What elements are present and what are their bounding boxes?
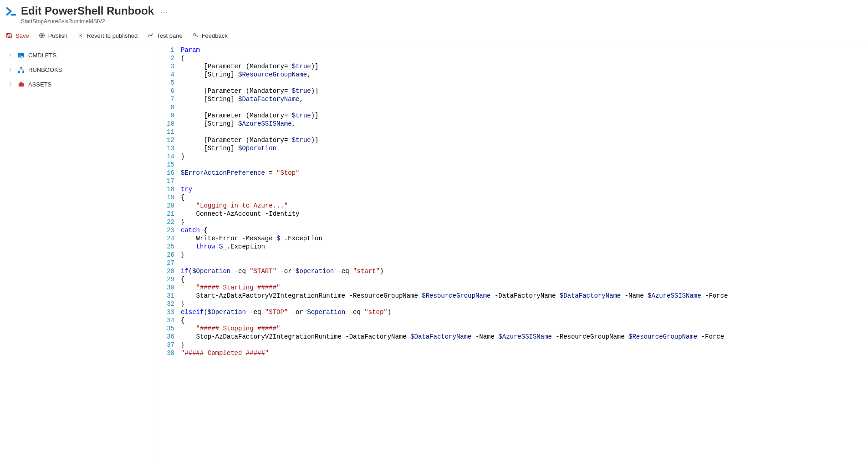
code-line[interactable]: catch { — [181, 226, 868, 234]
code-line[interactable]: ( — [181, 54, 868, 62]
line-number: 30 — [155, 284, 174, 292]
test-pane-button[interactable]: Test pane — [146, 30, 183, 41]
code-line[interactable]: } — [181, 341, 868, 349]
save-button[interactable]: Save — [5, 30, 30, 41]
code-line[interactable]: "Logging in to Azure..." — [181, 202, 868, 210]
close-icon — [77, 32, 84, 39]
runbooks-icon — [17, 66, 25, 73]
code-line[interactable]: "##### Completed #####" — [181, 349, 868, 357]
svg-rect-8 — [20, 82, 22, 83]
sidebar-item-label: CMDLETS — [28, 52, 56, 59]
code-line[interactable] — [181, 103, 868, 111]
line-number: 20 — [155, 202, 174, 210]
code-line[interactable]: { — [181, 316, 868, 324]
line-number: 38 — [155, 349, 174, 357]
line-number: 24 — [155, 234, 174, 243]
svg-rect-4 — [20, 66, 22, 68]
line-number: 22 — [155, 218, 174, 226]
code-line[interactable]: Stop-AzDataFactoryV2IntegrationRuntime -… — [181, 333, 868, 341]
feedback-icon — [192, 32, 199, 39]
code-line[interactable]: "##### Starting #####" — [181, 284, 868, 292]
globe-icon — [38, 32, 46, 39]
code-line[interactable]: Write-Error -Message $_.Exception — [181, 234, 868, 243]
page-title: Edit PowerShell Runbook — [21, 5, 154, 17]
line-number: 4 — [155, 71, 174, 79]
line-number: 17 — [155, 177, 174, 185]
sidebar-item-assets[interactable]: 〉 ASSETS — [0, 77, 155, 91]
line-number: 26 — [155, 251, 174, 259]
publish-label: Publish — [48, 32, 68, 39]
svg-rect-6 — [22, 71, 24, 73]
line-number: 33 — [155, 308, 174, 316]
code-line[interactable]: if($Operation -eq "START" -or $operation… — [181, 267, 868, 275]
code-line[interactable]: [Parameter (Mandatory= $true)] — [181, 136, 868, 144]
code-line[interactable]: $ErrorActionPreference = "Stop" — [181, 169, 868, 177]
code-line[interactable]: "##### Stopping #####" — [181, 324, 868, 333]
code-line[interactable]: } — [181, 218, 868, 226]
line-number: 8 — [155, 103, 174, 111]
sidebar-item-label: ASSETS — [28, 81, 51, 88]
line-number: 13 — [155, 144, 174, 152]
feedback-button[interactable]: Feedback — [191, 30, 229, 41]
code-line[interactable]: Start-AzDataFactoryV2IntegrationRuntime … — [181, 292, 868, 300]
code-line[interactable]: [String] $ResourceGroupName, — [181, 71, 868, 79]
code-line[interactable]: { — [181, 193, 868, 202]
code-line[interactable]: [Parameter (Mandatory= $true)] — [181, 111, 868, 120]
line-number: 10 — [155, 120, 174, 128]
line-number: 29 — [155, 275, 174, 284]
code-line[interactable] — [181, 259, 868, 267]
chevron-right-icon: 〉 — [9, 81, 14, 88]
code-line[interactable]: Param — [181, 46, 868, 54]
line-number: 6 — [155, 87, 174, 95]
line-number: 2 — [155, 54, 174, 62]
page-header: Edit PowerShell Runbook … StartStopAzure… — [0, 0, 868, 27]
code-content[interactable]: Param( [Parameter (Mandatory= $true)] [S… — [181, 44, 868, 460]
code-editor[interactable]: 1234567891011121314151617181920212223242… — [155, 44, 868, 460]
line-number: 34 — [155, 316, 174, 324]
sidebar: 〉 CMDLETS 〉 RUNBOOKS 〉 ASSETS — [0, 44, 155, 460]
code-line[interactable] — [181, 177, 868, 185]
chevron-right-icon: 〉 — [9, 66, 14, 73]
code-line[interactable]: elseif($Operation -eq "STOP" -or $operat… — [181, 308, 868, 316]
line-number: 7 — [155, 95, 174, 103]
line-number: 31 — [155, 292, 174, 300]
svg-rect-7 — [18, 83, 23, 86]
code-line[interactable]: [Parameter (Mandatory= $true)] — [181, 87, 868, 95]
code-line[interactable]: throw $_.Exception — [181, 243, 868, 251]
svg-rect-5 — [18, 71, 20, 73]
line-number: 1 — [155, 46, 174, 54]
sidebar-item-label: RUNBOOKS — [28, 66, 62, 73]
code-line[interactable]: } — [181, 251, 868, 259]
code-line[interactable]: } — [181, 300, 868, 308]
code-line[interactable]: [String] $Operation — [181, 144, 868, 152]
line-number: 25 — [155, 243, 174, 251]
revert-label: Revert to published — [87, 32, 138, 39]
line-number: 28 — [155, 267, 174, 275]
cmdlets-icon — [17, 51, 25, 59]
line-number-gutter: 1234567891011121314151617181920212223242… — [155, 44, 181, 460]
publish-button[interactable]: Publish — [37, 30, 69, 41]
line-number: 21 — [155, 210, 174, 218]
svg-point-2 — [193, 33, 196, 36]
line-number: 12 — [155, 136, 174, 144]
line-number: 5 — [155, 79, 174, 87]
code-line[interactable]: Connect-AzAccount -Identity — [181, 210, 868, 218]
save-icon — [5, 32, 13, 39]
sidebar-item-runbooks[interactable]: 〉 RUNBOOKS — [0, 62, 155, 77]
code-line[interactable] — [181, 128, 868, 136]
sidebar-item-cmdlets[interactable]: 〉 CMDLETS — [0, 48, 155, 62]
revert-button[interactable]: Revert to published — [76, 30, 138, 41]
line-number: 14 — [155, 152, 174, 161]
code-line[interactable]: [Parameter (Mandatory= $true)] — [181, 62, 868, 71]
code-line[interactable] — [181, 161, 868, 169]
line-number: 16 — [155, 169, 174, 177]
chart-icon — [147, 32, 154, 39]
code-line[interactable]: try — [181, 185, 868, 193]
test-pane-label: Test pane — [157, 32, 182, 39]
code-line[interactable]: [String] $AzureSSISName, — [181, 120, 868, 128]
code-line[interactable] — [181, 79, 868, 87]
more-actions-button[interactable]: … — [160, 7, 168, 15]
code-line[interactable]: { — [181, 275, 868, 284]
code-line[interactable]: ) — [181, 152, 868, 161]
code-line[interactable]: [String] $DataFactoryName, — [181, 95, 868, 103]
